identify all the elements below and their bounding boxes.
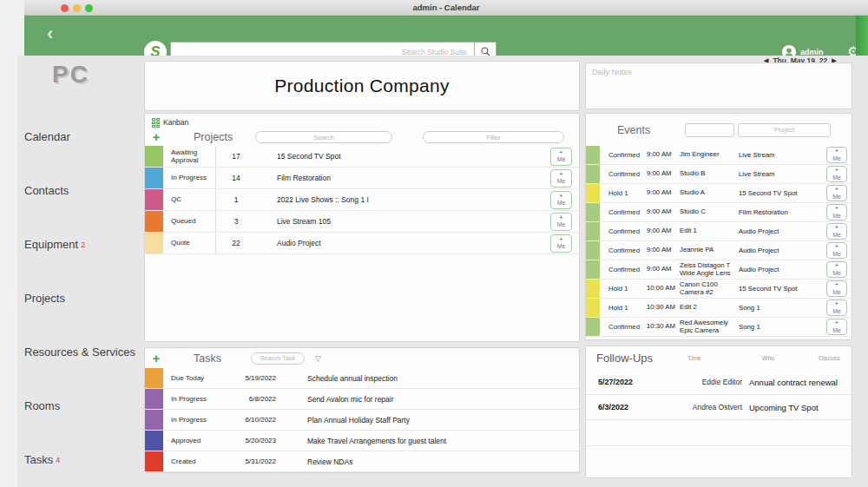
followup-topic: Upcoming TV Spot — [742, 403, 852, 412]
assign-me-button[interactable]: + Me — [826, 319, 847, 335]
event-row[interactable]: Hold 1 10:30 AM Edit 2 Song 1 + Me — [586, 299, 852, 318]
event-row[interactable]: Hold 1 9:00 AM Studio A 15 Second TV Spo… — [586, 184, 852, 203]
task-row[interactable]: Approved 5/20/2023 Make Travel Arrangeme… — [145, 431, 579, 451]
task-row[interactable]: In Progress 6/8/2022 Send Avalon mic for… — [145, 389, 579, 410]
daily-notes-input[interactable] — [586, 63, 852, 109]
project-status-label: QC — [163, 189, 216, 210]
followup-date: 5/27/2022 — [586, 378, 662, 386]
assign-me-button[interactable]: + Me — [826, 280, 847, 297]
assign-me-button[interactable]: + Me — [550, 191, 572, 209]
assign-me-button[interactable]: + Me — [826, 242, 847, 259]
event-resource: Studio A — [680, 188, 733, 198]
event-row[interactable]: Confirmed 9:00 AM Edit 1 Audio Project +… — [586, 222, 852, 241]
status-color-swatch — [586, 165, 600, 183]
followups-col-time: Time — [672, 355, 717, 361]
back-icon[interactable]: ‹ — [47, 23, 53, 45]
assign-me-button[interactable]: + Me — [826, 166, 847, 182]
assign-me-button[interactable]: + Me — [826, 299, 847, 316]
task-description: Send Avalon mic for repair — [276, 395, 579, 404]
sidebar-item-label: Equipment — [24, 238, 78, 251]
assign-me-button[interactable]: + Me — [826, 204, 847, 220]
event-row[interactable]: Confirmed 9:00 AM Studio C Film Restorat… — [586, 203, 852, 222]
task-date: 6/10/2022 — [224, 416, 276, 424]
task-row[interactable]: Created 5/31/2022 Review NDAs — [145, 451, 579, 472]
plus-icon: + — [559, 214, 562, 222]
event-time: 9:00 AM — [647, 189, 680, 197]
plus-icon: + — [559, 171, 562, 179]
event-project: Audio Project — [733, 227, 826, 235]
tasks-panel: + Tasks ▽ Due Today 5/19/2022 Schedule a… — [144, 347, 580, 473]
event-row[interactable]: Confirmed 9:00 AM Jim Engineer Live Stre… — [586, 146, 852, 165]
assign-me-button[interactable]: + Me — [550, 213, 572, 231]
project-row[interactable]: Awaiting Approval 17 15 Second TV Spot +… — [145, 146, 579, 168]
status-color-swatch — [145, 389, 163, 409]
status-color-swatch — [145, 368, 163, 388]
assign-me-button[interactable]: + Me — [550, 148, 572, 166]
project-row[interactable]: Quote 22 Audio Project + Me — [145, 233, 579, 254]
project-row[interactable]: QC 1 2022 Live Shows :: Song 1 I + Me — [145, 189, 579, 211]
sidebar-item[interactable]: Calendar — [24, 130, 138, 184]
sidebar-item[interactable]: Contacts — [24, 184, 138, 238]
sidebar-item[interactable]: Projects — [24, 292, 138, 346]
project-row[interactable]: In Progress 14 Film Restoration + Me — [145, 168, 579, 189]
task-date: 5/20/2023 — [224, 437, 276, 444]
task-row[interactable]: Due Today 5/19/2022 Schedule annual insp… — [145, 368, 579, 389]
sidebar: PC Calendar Contacts Equipment2 Projects — [17, 56, 144, 487]
window-titlebar: admin - Calendar — [24, 0, 868, 16]
add-task-button[interactable]: + — [150, 352, 162, 365]
sidebar-item[interactable]: Equipment2 — [24, 238, 138, 292]
event-resource: Jim Engineer — [680, 150, 733, 160]
task-date: 5/19/2022 — [224, 374, 276, 382]
me-label: Me — [832, 327, 841, 334]
project-count: 17 — [216, 152, 256, 161]
event-project: Live Stream — [733, 170, 826, 178]
me-label: Me — [832, 270, 841, 277]
sidebar-item-label: Projects — [24, 292, 65, 305]
events-project-filter-input[interactable] — [738, 123, 831, 137]
assign-me-button[interactable]: + Me — [826, 147, 847, 163]
status-color-swatch — [586, 146, 600, 164]
status-color-swatch — [586, 184, 600, 202]
followup-row[interactable]: 5/27/2022 Eddie Editor Annual contract r… — [586, 370, 852, 395]
projects-title: Projects — [194, 131, 233, 143]
me-label: Me — [557, 221, 566, 228]
events-search-input[interactable] — [685, 123, 734, 137]
event-row[interactable]: Confirmed 9:00 AM Zeiss Distagon T Wide … — [586, 260, 852, 280]
event-row[interactable]: Confirmed 9:00 AM Jeannie PA Audio Proje… — [586, 241, 852, 260]
sidebar-item[interactable]: Resources & Services — [24, 346, 138, 399]
event-row[interactable]: Confirmed 9:00 AM Studio B Live Stream +… — [586, 165, 852, 184]
event-row[interactable]: Confirmed 10:30 AM Red Awesomely Epic Ca… — [586, 318, 852, 337]
company-title-panel: Production Company — [144, 61, 580, 111]
plus-icon: + — [559, 149, 562, 157]
plus-icon: + — [835, 300, 838, 308]
followup-row[interactable]: 6/3/2022 Andrea Ostvert Upcoming TV Spot — [586, 395, 852, 420]
status-color-swatch — [145, 211, 163, 232]
filter-funnel-icon[interactable]: ▽ — [315, 354, 321, 363]
app-window: admin - Calendar ‹ S admin ⚙ — [0, 0, 868, 487]
event-project: Live Stream — [733, 151, 826, 159]
task-row[interactable]: In Progress 6/10/2022 Plan Annual Holida… — [145, 410, 579, 431]
add-project-button[interactable]: + — [150, 131, 162, 143]
events-list: Confirmed 9:00 AM Jim Engineer Live Stre… — [586, 146, 852, 337]
task-status-label: Due Today — [163, 374, 224, 382]
sidebar-item[interactable]: Tasks4 — [24, 453, 138, 487]
project-count: 1 — [216, 195, 256, 204]
event-row[interactable]: Hold 1 10:00 AM Canon C100 Camera #2 15 … — [586, 280, 852, 299]
assign-me-button[interactable]: + Me — [826, 185, 847, 201]
sidebar-item-badge: 4 — [56, 456, 60, 464]
project-row[interactable]: Queued 3 Live Stream 105 + Me — [145, 211, 579, 233]
followups-title: Follow-Ups — [596, 352, 653, 365]
sidebar-item[interactable]: Rooms — [24, 399, 138, 453]
event-resource: Jeannie PA — [680, 246, 733, 255]
tasks-search-input[interactable] — [251, 352, 305, 365]
status-color-swatch — [145, 168, 163, 188]
project-count: 22 — [216, 239, 256, 247]
task-date: 5/31/2022 — [224, 457, 276, 465]
kanban-toggle[interactable]: Kanban — [145, 114, 579, 128]
projects-search-input[interactable] — [255, 131, 392, 143]
projects-filter-input[interactable] — [423, 131, 564, 143]
assign-me-button[interactable]: + Me — [550, 169, 572, 188]
assign-me-button[interactable]: + Me — [550, 234, 572, 253]
assign-me-button[interactable]: + Me — [826, 261, 847, 278]
assign-me-button[interactable]: + Me — [826, 223, 847, 240]
